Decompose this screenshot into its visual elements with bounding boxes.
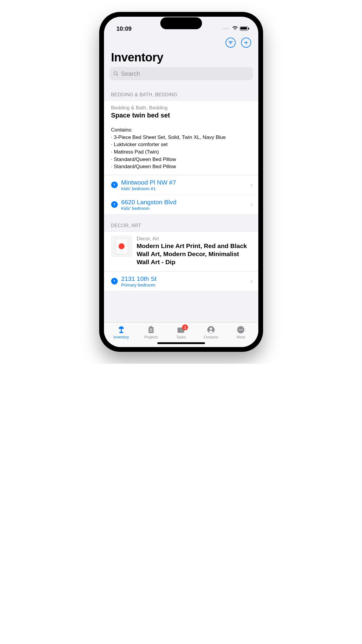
ellipsis-circle-icon xyxy=(236,325,245,335)
location-room: Kids' bedroom #1 xyxy=(121,186,247,191)
location-row[interactable]: Mintwood Pl NW #7 Kids' bedroom #1 › xyxy=(104,175,258,195)
location-pin-icon xyxy=(111,201,118,208)
content-area[interactable]: BEDDING & BATH, BEDDING Bedding & Bath, … xyxy=(104,84,258,322)
tab-inventory[interactable]: Inventory xyxy=(109,325,133,339)
contains-line: Luktvicker comforter set xyxy=(111,141,251,148)
artwork-icon xyxy=(115,238,128,254)
tab-projects[interactable]: Projects xyxy=(139,325,163,339)
location-pin-icon xyxy=(111,182,118,188)
contains-line: 3-Piece Bed Sheet Set, Solid, Twin XL, N… xyxy=(111,134,251,141)
section-header: DECOR, ART xyxy=(104,215,258,231)
location-room: Primary bedroom xyxy=(121,282,247,287)
contains-label: Contains: xyxy=(111,126,251,134)
svg-rect-10 xyxy=(150,326,152,328)
svg-point-8 xyxy=(119,332,123,333)
section-header: BEDDING & BATH, BEDDING xyxy=(104,84,258,100)
location-address: Mintwood Pl NW #7 xyxy=(121,179,247,186)
contains-line: Standard/Queen Bed Pillow xyxy=(111,156,251,163)
svg-rect-4 xyxy=(114,204,114,206)
phone-frame: 10:09 Inventory xyxy=(99,12,263,352)
svg-point-19 xyxy=(242,329,243,330)
contains-line: Standard/Queen Bed Pillow xyxy=(111,163,251,171)
item-contents: Contains: 3-Piece Bed Sheet Set, Solid, … xyxy=(104,120,258,175)
tab-label: More xyxy=(237,335,245,339)
location-address: 2131 10th St xyxy=(121,275,247,282)
svg-rect-13 xyxy=(150,331,152,332)
tab-label: Inventory xyxy=(114,335,129,339)
wifi-icon xyxy=(232,26,238,32)
chevron-right-icon: › xyxy=(251,181,253,189)
tab-more[interactable]: More xyxy=(229,325,253,339)
tab-label: Tasks xyxy=(176,335,186,339)
tasks-badge: 1 xyxy=(182,324,188,330)
location-row[interactable]: 6620 Langston Blvd Kids' bedroom › xyxy=(118,195,258,214)
svg-rect-7 xyxy=(121,329,122,332)
location-pin-icon xyxy=(111,278,118,284)
location-address: 6620 Langston Blvd xyxy=(121,199,247,206)
screen: 10:09 Inventory xyxy=(104,17,258,347)
inventory-item[interactable]: Decor, Art Modern Line Art Print, Red an… xyxy=(104,231,258,291)
plus-icon xyxy=(243,40,249,45)
svg-rect-2 xyxy=(114,185,114,186)
status-time: 10:09 xyxy=(116,25,132,32)
cellular-dots-icon xyxy=(223,28,229,29)
tab-label: Projects xyxy=(145,335,158,339)
search-input[interactable] xyxy=(121,70,249,77)
svg-rect-6 xyxy=(114,281,114,282)
svg-rect-11 xyxy=(150,329,152,329)
person-circle-icon xyxy=(206,325,215,335)
header-toolbar xyxy=(104,35,258,49)
add-button[interactable] xyxy=(241,38,251,48)
contains-line: Mattress Pad (Twin) xyxy=(111,148,251,156)
search-bar[interactable] xyxy=(109,67,253,80)
svg-point-18 xyxy=(240,329,241,330)
filter-icon xyxy=(228,40,233,45)
battery-icon xyxy=(240,27,248,31)
clipboard-icon xyxy=(147,325,156,335)
svg-rect-12 xyxy=(150,330,152,330)
chevron-right-icon: › xyxy=(251,200,253,209)
home-indicator[interactable] xyxy=(157,342,205,344)
page-title: Inventory xyxy=(104,49,258,67)
item-title: Modern Line Art Print, Red and Black Wal… xyxy=(137,242,251,266)
dynamic-island xyxy=(160,17,202,29)
status-right xyxy=(223,26,248,32)
tab-contacts[interactable]: Contacts xyxy=(199,325,223,339)
chevron-right-icon: › xyxy=(251,277,253,285)
inventory-item[interactable]: Bedding & Bath, Bedding Space twin bed s… xyxy=(104,100,258,215)
location-room: Kids' bedroom xyxy=(121,206,247,211)
tab-tasks[interactable]: 1 Tasks xyxy=(169,325,193,339)
search-icon xyxy=(113,71,119,77)
item-title: Space twin bed set xyxy=(111,112,251,119)
filter-button[interactable] xyxy=(226,38,236,48)
item-category: Bedding & Bath, Bedding xyxy=(111,105,251,111)
svg-point-17 xyxy=(239,329,240,330)
lamp-icon xyxy=(117,325,126,335)
item-thumbnail xyxy=(111,236,132,257)
item-category: Decor, Art xyxy=(137,236,251,242)
location-row[interactable]: 2131 10th St Primary bedroom › xyxy=(104,271,258,291)
svg-point-15 xyxy=(210,328,212,330)
tab-label: Contacts xyxy=(203,335,218,339)
